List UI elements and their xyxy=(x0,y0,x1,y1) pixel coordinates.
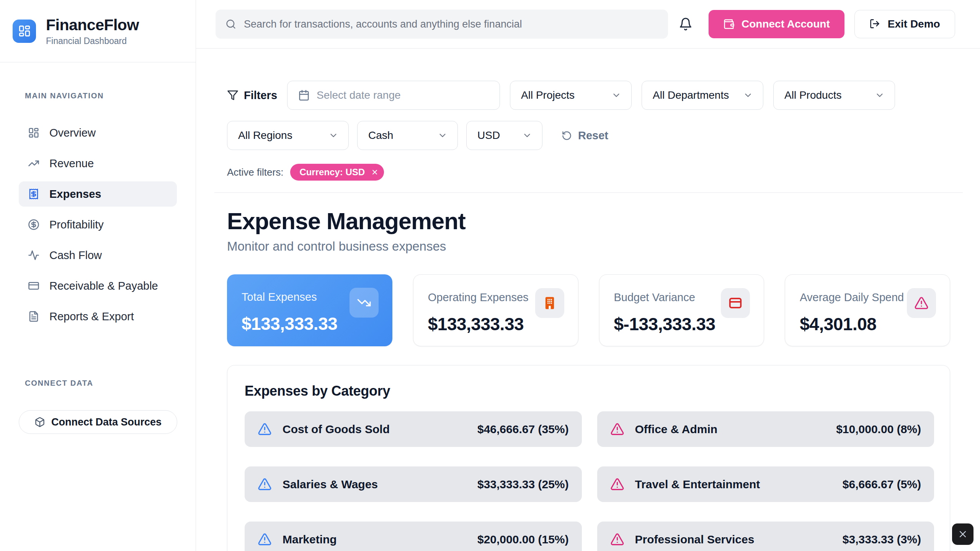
date-range-input[interactable]: Select date range xyxy=(287,81,500,110)
stat-card-operating-expenses[interactable]: Operating Expenses $133,333.33 xyxy=(413,274,578,346)
alert-triangle-icon xyxy=(258,422,272,436)
projects-select[interactable]: All Projects xyxy=(510,81,632,110)
sidebar-item-label: Cash Flow xyxy=(49,249,102,262)
search-input[interactable] xyxy=(244,18,658,30)
calendar-icon xyxy=(298,90,310,101)
dashboard-grid-icon xyxy=(28,127,39,139)
sidebar-item-reports-export[interactable]: Reports & Export xyxy=(19,304,177,329)
dollar-circle-icon xyxy=(28,219,39,230)
brand-header: FinanceFlow Financial Dashboard xyxy=(0,0,196,62)
page-subtitle: Monitor and control business expenses xyxy=(227,239,950,254)
search-icon xyxy=(225,19,236,29)
filters-row-2: All Regions Cash USD Reset xyxy=(227,121,950,150)
rotate-ccw-icon xyxy=(562,130,572,141)
chevron-down-icon xyxy=(328,130,338,140)
connect-account-label: Connect Account xyxy=(742,18,830,30)
receipt-icon xyxy=(28,188,39,200)
products-select[interactable]: All Products xyxy=(773,81,895,110)
currency-select[interactable]: USD xyxy=(466,121,542,150)
main-navigation: Overview Revenue Expenses Profitability … xyxy=(19,120,177,329)
credit-card-icon xyxy=(721,288,750,318)
exit-demo-button[interactable]: Exit Demo xyxy=(854,10,955,38)
stat-value: $133,333.33 xyxy=(428,314,529,334)
sidebar-item-label: Profitability xyxy=(49,218,104,231)
package-icon xyxy=(34,417,45,427)
regions-select[interactable]: All Regions xyxy=(227,121,349,150)
notifications-button[interactable] xyxy=(677,16,694,33)
remove-filter-icon[interactable] xyxy=(371,168,379,176)
main-content: Filters Select date range All Projects A… xyxy=(196,49,980,551)
connect-data-sources-label: Connect Data Sources xyxy=(51,416,162,428)
alert-triangle-icon xyxy=(610,477,624,491)
stat-card-budget-variance[interactable]: Budget Variance $-133,333.33 xyxy=(599,274,764,346)
stat-card-total-expenses[interactable]: Total Expenses $133,333.33 xyxy=(227,274,392,346)
category-row-travel-entertainment[interactable]: Travel & Entertainment $6,666.67 (5%) xyxy=(597,466,934,502)
category-grid: Cost of Goods Sold $46,666.67 (35%) Offi… xyxy=(245,411,934,551)
stat-value: $-133,333.33 xyxy=(614,314,715,334)
chevron-down-icon xyxy=(438,130,448,140)
reset-filters-button[interactable]: Reset xyxy=(562,129,608,142)
stat-card-average-daily-spend[interactable]: Average Daily Spend $4,301.08 xyxy=(785,274,950,346)
sidebar-item-label: Reports & Export xyxy=(49,310,134,323)
category-row-professional-services[interactable]: Professional Services $3,333.33 (3%) xyxy=(597,522,934,551)
connect-account-button[interactable]: Connect Account xyxy=(709,10,844,38)
sidebar: FinanceFlow Financial Dashboard MAIN NAV… xyxy=(0,0,196,551)
chevron-down-icon xyxy=(522,130,532,140)
alert-triangle-icon xyxy=(258,477,272,491)
category-row-cost-of-goods-sold[interactable]: Cost of Goods Sold $46,666.67 (35%) xyxy=(245,411,582,447)
sidebar-item-overview[interactable]: Overview xyxy=(19,120,177,145)
trending-up-icon xyxy=(28,158,39,169)
building-icon xyxy=(535,288,564,318)
stat-cards-row: Total Expenses $133,333.33 Operating Exp… xyxy=(227,274,950,346)
date-range-placeholder: Select date range xyxy=(317,89,401,101)
sidebar-item-label: Revenue xyxy=(49,157,94,170)
close-icon xyxy=(957,529,968,540)
stat-value: $133,333.33 xyxy=(242,313,337,334)
log-out-icon xyxy=(869,18,881,30)
active-filter-badge[interactable]: Currency: USD xyxy=(290,164,384,181)
sidebar-item-expenses[interactable]: Expenses xyxy=(19,181,177,207)
close-overlay-button[interactable] xyxy=(952,523,973,545)
app-title: FinanceFlow xyxy=(46,16,139,34)
filters-label: Filters xyxy=(227,89,277,102)
nav-section-title: MAIN NAVIGATION xyxy=(25,62,177,100)
search-bar[interactable] xyxy=(216,10,668,39)
chevron-down-icon xyxy=(611,90,621,100)
alert-triangle-icon xyxy=(907,288,936,318)
departments-select[interactable]: All Departments xyxy=(642,81,763,110)
page-title: Expense Management xyxy=(227,208,950,235)
app-subtitle: Financial Dashboard xyxy=(46,36,139,46)
sidebar-item-label: Overview xyxy=(49,127,96,139)
app-logo-icon xyxy=(13,20,36,43)
expenses-by-category-card: Expenses by Category Cost of Goods Sold … xyxy=(227,365,950,551)
alert-triangle-icon xyxy=(610,532,624,546)
exit-demo-label: Exit Demo xyxy=(888,18,940,30)
alert-triangle-icon xyxy=(610,422,624,436)
chevron-down-icon xyxy=(743,90,753,100)
active-filters-row: Active filters: Currency: USD xyxy=(227,164,950,181)
credit-card-icon xyxy=(28,280,39,292)
connect-data-sources-button[interactable]: Connect Data Sources xyxy=(19,410,177,434)
category-section-title: Expenses by Category xyxy=(245,383,934,399)
sidebar-item-revenue[interactable]: Revenue xyxy=(19,151,177,176)
category-row-office-admin[interactable]: Office & Admin $10,000.00 (8%) xyxy=(597,411,934,447)
sidebar-item-cash-flow[interactable]: Cash Flow xyxy=(19,243,177,268)
trending-down-icon xyxy=(350,288,379,318)
wallet-icon xyxy=(723,18,735,30)
chevron-down-icon xyxy=(875,90,885,100)
app-window: FinanceFlow Financial Dashboard MAIN NAV… xyxy=(0,0,980,551)
file-text-icon xyxy=(28,311,39,322)
payment-method-select[interactable]: Cash xyxy=(357,121,458,150)
section-divider xyxy=(214,192,963,193)
bell-icon xyxy=(679,17,693,31)
sidebar-item-label: Expenses xyxy=(49,188,101,201)
category-row-salaries-wages[interactable]: Salaries & Wages $33,333.33 (25%) xyxy=(245,466,582,502)
sidebar-item-profitability[interactable]: Profitability xyxy=(19,212,177,237)
sidebar-item-label: Receivable & Payable xyxy=(49,280,158,292)
connect-section-title: CONNECT DATA xyxy=(25,379,177,388)
filters-row-1: Filters Select date range All Projects A… xyxy=(227,81,950,110)
stat-value: $4,301.08 xyxy=(800,314,904,334)
alert-triangle-icon xyxy=(258,532,272,546)
category-row-marketing[interactable]: Marketing $20,000.00 (15%) xyxy=(245,522,582,551)
sidebar-item-receivable-payable[interactable]: Receivable & Payable xyxy=(19,273,177,298)
